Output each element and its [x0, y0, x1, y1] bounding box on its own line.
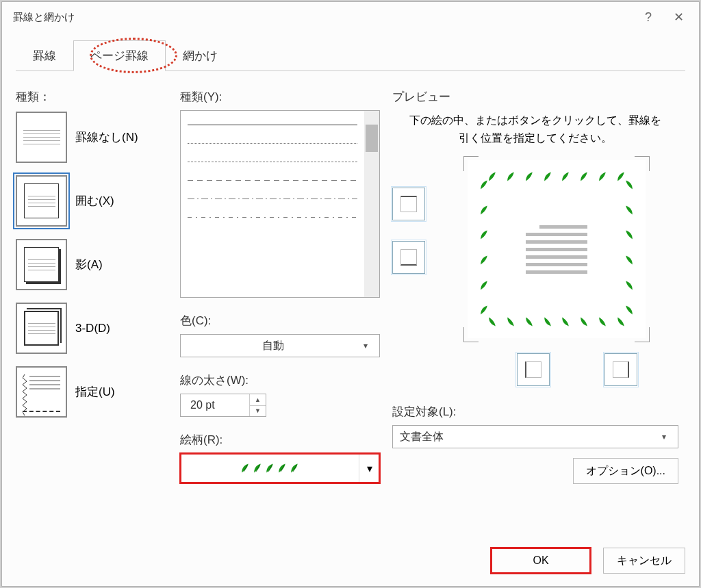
- setting-shadow[interactable]: 影(A): [16, 239, 168, 290]
- setting-custom-label: 指定(U): [75, 384, 115, 400]
- apply-to-value: 文書全体: [400, 430, 657, 444]
- close-button[interactable]: ✕: [663, 2, 693, 32]
- setting-box[interactable]: 囲む(X): [16, 175, 168, 227]
- line-style-scrollbar[interactable]: [364, 111, 379, 297]
- spinner-buttons[interactable]: ▲▼: [249, 394, 266, 416]
- preview-doc-icon: [526, 225, 587, 274]
- chevron-down-icon: ▾: [359, 341, 372, 350]
- options-button[interactable]: オプション(O)...: [573, 458, 678, 484]
- setting-none[interactable]: 罫線なし(N): [16, 112, 168, 163]
- setting-shadow-thumb: [16, 239, 67, 290]
- color-value: 自動: [188, 339, 359, 353]
- preview-page[interactable]: [468, 160, 646, 338]
- setting-3d[interactable]: 3-D(D): [16, 303, 168, 354]
- setting-shadow-label: 影(A): [75, 257, 103, 272]
- art-dropdown[interactable]: ▾: [180, 453, 380, 483]
- edge-left-button[interactable]: [517, 353, 550, 386]
- setting-custom[interactable]: 指定(U): [16, 366, 168, 418]
- chevron-down-icon: ▾: [657, 432, 671, 442]
- setting-3d-thumb: [16, 303, 67, 354]
- zigzag-icon: [23, 374, 27, 416]
- art-heading: 絵柄(R):: [180, 432, 380, 448]
- tab-borders[interactable]: 罫線: [16, 40, 73, 71]
- width-value: 20 pt: [188, 399, 249, 411]
- apply-to-dropdown[interactable]: 文書全体 ▾: [392, 425, 678, 448]
- preview-heading: プレビュー: [392, 89, 678, 105]
- setting-custom-thumb: [16, 366, 67, 418]
- setting-box-thumb: [16, 175, 67, 227]
- setting-3d-label: 3-D(D): [75, 322, 110, 335]
- setting-none-thumb: [16, 112, 67, 163]
- color-heading: 色(C):: [180, 313, 380, 329]
- width-spinner[interactable]: 20 pt ▲▼: [180, 394, 266, 417]
- tab-page-borders[interactable]: ページ罫線: [73, 40, 166, 71]
- width-heading: 線の太さ(W):: [180, 372, 380, 388]
- setting-none-label: 罫線なし(N): [75, 129, 138, 145]
- color-dropdown[interactable]: 自動 ▾: [180, 334, 380, 357]
- cancel-button[interactable]: キャンセル: [603, 548, 685, 574]
- chevron-down-icon: ▾: [359, 454, 379, 483]
- setting-heading: 種類：: [16, 89, 168, 105]
- borders-shading-dialog: 罫線と網かけ ? ✕ 罫線 ページ罫線 網かけ 種類： 罫線なし(N): [1, 1, 700, 587]
- titlebar: 罫線と網かけ ? ✕: [2, 2, 699, 32]
- tab-shading[interactable]: 網かけ: [166, 40, 235, 71]
- dialog-footer: OK キャンセル: [2, 535, 699, 586]
- art-pattern-preview: [181, 463, 359, 474]
- edge-right-button[interactable]: [604, 353, 637, 386]
- apply-to-heading: 設定対象(L):: [392, 404, 678, 420]
- line-style-list[interactable]: [180, 110, 380, 298]
- ok-button[interactable]: OK: [491, 548, 591, 574]
- help-button[interactable]: ?: [633, 2, 663, 32]
- edge-top-button[interactable]: [392, 188, 425, 220]
- preview-instruction: 下の絵の中、またはボタンをクリックして、罫線を引く位置を指定してください。: [406, 112, 665, 146]
- dialog-title: 罫線と網かけ: [13, 11, 633, 24]
- tab-strip: 罫線 ページ罫線 網かけ: [16, 40, 685, 71]
- setting-box-label: 囲む(X): [75, 193, 114, 209]
- edge-bottom-button[interactable]: [392, 241, 425, 274]
- line-style-heading: 種類(Y):: [180, 89, 380, 105]
